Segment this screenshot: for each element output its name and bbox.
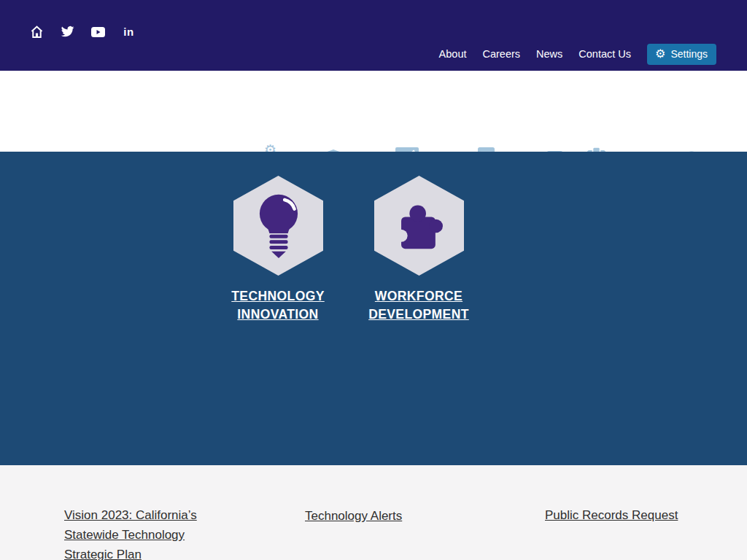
settings-label: Settings bbox=[670, 48, 708, 60]
technology-innovation-link[interactable]: TECHNOLOGY INNOVATION bbox=[231, 289, 324, 322]
about-link[interactable]: About bbox=[439, 48, 467, 60]
workforce-development-tile[interactable] bbox=[374, 176, 464, 276]
technology-innovation-tile[interactable] bbox=[233, 176, 323, 276]
contact-us-link[interactable]: Contact Us bbox=[578, 48, 631, 60]
footer: Vision 2023: California’s Statewide Tech… bbox=[0, 465, 747, 560]
tile-label-workforce-development: WORKFORCE DEVELOPMENT bbox=[356, 287, 481, 324]
utility-links: About Careers News Contact Us ⚙ Settings bbox=[439, 38, 716, 70]
technology-alerts-link[interactable]: Technology Alerts bbox=[305, 506, 402, 526]
gear-icon: ⚙ bbox=[655, 48, 665, 60]
vision-2023-link[interactable]: Vision 2023: California’s Statewide Tech… bbox=[64, 505, 231, 560]
home-icon bbox=[30, 26, 44, 39]
careers-link[interactable]: Careers bbox=[482, 48, 520, 60]
settings-button[interactable]: ⚙ Settings bbox=[647, 44, 716, 65]
workforce-development-link[interactable]: WORKFORCE DEVELOPMENT bbox=[368, 289, 469, 322]
youtube-link[interactable] bbox=[91, 25, 105, 39]
news-link[interactable]: News bbox=[536, 48, 562, 60]
page: in About Careers News Contact Us ⚙ Setti… bbox=[0, 0, 747, 560]
feature-band: TECHNOLOGY INNOVATION WORKFORCE DEVELOPM… bbox=[0, 152, 747, 465]
top-utility-bar: in About Careers News Contact Us ⚙ Setti… bbox=[0, 0, 747, 71]
linkedin-icon: in bbox=[123, 26, 133, 38]
puzzle-piece-icon bbox=[391, 198, 448, 254]
site-header: California DEPARTMENT OF TECHNOLOGY STRA… bbox=[0, 71, 747, 152]
public-records-request-link[interactable]: Public Records Request bbox=[545, 505, 678, 525]
linkedin-link[interactable]: in bbox=[122, 25, 136, 39]
social-links: in bbox=[30, 25, 136, 39]
twitter-icon bbox=[61, 26, 74, 38]
tile-label-technology-innovation: TECHNOLOGY INNOVATION bbox=[215, 287, 341, 324]
twitter-link[interactable] bbox=[61, 25, 74, 39]
lightbulb-icon bbox=[252, 192, 305, 260]
youtube-icon bbox=[91, 27, 105, 37]
home-link[interactable] bbox=[30, 25, 44, 39]
